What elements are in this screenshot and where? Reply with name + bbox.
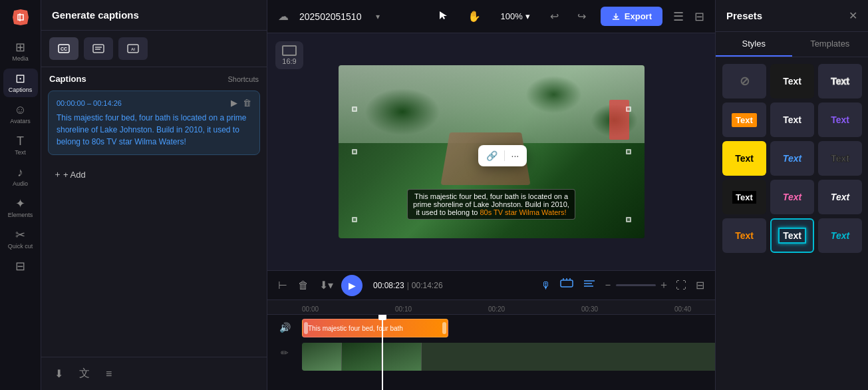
caption-clip[interactable]: This majestic four bed, four bath <box>302 319 448 337</box>
preset-text-purple: Text <box>831 114 849 125</box>
preset-text-dark-outline: Text <box>831 153 849 164</box>
zoom-controls: － ＋ <box>603 278 669 292</box>
preset-dark-box[interactable]: Text <box>722 180 766 214</box>
caption-tab-style[interactable] <box>84 37 113 60</box>
presets-title: Presets <box>726 10 762 21</box>
context-menu-separator <box>504 150 505 161</box>
sidebar-item-quickcut[interactable]: ✂ Quick cut <box>3 225 38 254</box>
timeline-tracks: 🔊 ✏ This majestic four bed, four bath <box>267 315 715 390</box>
panel-header: Generate captions <box>41 0 267 31</box>
preset-purple[interactable]: Text <box>818 102 862 137</box>
svg-text:CC: CC <box>61 47 67 51</box>
add-caption-button[interactable]: ＋ + Add <box>48 164 260 184</box>
sidebar-item-elements[interactable]: ✦ Elements <box>3 194 38 222</box>
ruler-label-3: 00:30 <box>581 305 598 313</box>
preset-dark-outline[interactable]: Text <box>818 141 862 176</box>
main-content: ☁ 202502051510 ▾ ✋ 100% ▾ ↩ ↪ Export ☰ ⊟… <box>267 0 715 390</box>
export-button[interactable]: Export <box>601 7 662 26</box>
canvas-area: 16:9 🔗 ··· <box>267 33 715 270</box>
preset-dark-bg[interactable]: Text <box>770 64 814 98</box>
fullscreen-button[interactable]: ⛶ <box>673 277 689 294</box>
track-icon-volume[interactable]: 🔊 <box>267 315 302 340</box>
select-tool-button[interactable] <box>434 7 453 26</box>
caption-handle-tr[interactable] <box>626 106 631 112</box>
current-time: 00:08:23 <box>373 281 404 290</box>
text-icon: T <box>17 135 24 147</box>
subtitles-icon: ⊟ <box>15 260 25 272</box>
zoom-control[interactable]: 100% ▾ <box>496 9 535 24</box>
caption-track: This majestic four bed, four bath <box>302 317 715 339</box>
redo-button[interactable]: ↪ <box>573 7 590 25</box>
translate-button[interactable]: 文 <box>76 364 92 383</box>
zoom-in-button[interactable]: ＋ <box>658 278 669 292</box>
clip-handle-right[interactable] <box>442 322 446 334</box>
tab-templates[interactable]: Templates <box>792 32 869 57</box>
sidebar-item-text[interactable]: T Text <box>3 131 38 160</box>
video-thumbnail-1 <box>302 343 342 371</box>
preset-white-2[interactable]: Text <box>818 180 862 214</box>
caption-item[interactable]: 00:00:00 – 00:14:26 ▶ 🗑 This majestic fo… <box>48 91 260 155</box>
caption-tab-ai[interactable]: AI <box>118 37 148 60</box>
panel-toggle-button[interactable]: ⊟ <box>694 9 704 24</box>
playhead-head <box>378 315 386 320</box>
align-button[interactable]: ≡ <box>103 365 114 383</box>
presets-header: Presets ✕ <box>716 0 868 32</box>
sidebar-item-media[interactable]: ⊞ Media <box>3 37 38 66</box>
preset-plain-white[interactable]: Text <box>770 102 814 137</box>
sidebar-item-subtitles[interactable]: ⊟ <box>3 256 38 276</box>
caption-tab-basic[interactable]: CC <box>49 37 78 60</box>
layout-toggle-button[interactable]: ☰ <box>673 9 684 24</box>
play-button[interactable]: ▶ <box>341 275 362 296</box>
caption-view-button[interactable]: ⊟ <box>693 276 707 294</box>
delete-clip-button[interactable]: 🗑 <box>295 277 311 294</box>
caption-time-row: 00:00:00 – 00:14:26 ▶ 🗑 <box>57 98 251 108</box>
zoom-out-button[interactable]: － <box>603 278 613 292</box>
timeline-area: ⊢ 🗑 ⬇▾ ▶ 00:08:23 | 00:14:26 🎙 <box>267 270 715 390</box>
link-icon[interactable]: 🔗 <box>485 149 499 162</box>
tracks-container: This majestic four bed, four bath <box>302 315 715 390</box>
preset-teal[interactable]: Text <box>818 218 862 253</box>
media-icon: ⊞ <box>15 41 25 53</box>
caption-mode-tabs: CC AI <box>41 31 267 67</box>
caption-delete-button[interactable]: 🗑 <box>243 98 251 108</box>
preset-blue-outline[interactable]: Text <box>770 141 814 176</box>
caption-handle-ml[interactable] <box>352 149 357 154</box>
presets-grid: ⊘ Text Text Text Text Text Text Text Tex… <box>716 57 868 390</box>
tab-styles[interactable]: Styles <box>716 32 792 57</box>
aspect-ratio-badge[interactable]: 16:9 <box>275 41 303 69</box>
aspect-ratio-icon <box>282 45 297 56</box>
sidebar-item-captions[interactable]: ⊡ Captions <box>3 69 38 97</box>
download-clip-button[interactable]: ⬇▾ <box>317 276 336 294</box>
preset-yellow-bg[interactable]: Text <box>722 141 766 176</box>
video-canvas: 🔗 ··· This majestic four bed, four bath … <box>339 65 645 238</box>
caption-play-button[interactable]: ▶ <box>231 98 237 108</box>
preset-orange-text[interactable]: Text <box>722 218 766 253</box>
sidebar-item-audio[interactable]: ♪ Audio <box>3 162 38 191</box>
preset-white-outline[interactable]: Text <box>818 64 862 98</box>
video-clip[interactable] <box>302 343 715 371</box>
zoom-track[interactable] <box>616 284 656 286</box>
download-button[interactable]: ⬇ <box>52 365 66 383</box>
clip-handle-left[interactable] <box>304 322 308 334</box>
preset-cyan-border[interactable]: Text <box>770 218 814 253</box>
shortcuts-link[interactable]: Shortcuts <box>228 75 259 83</box>
project-dropdown-button[interactable]: ▾ <box>372 9 384 24</box>
hand-tool-button[interactable]: ✋ <box>464 7 485 25</box>
sidebar-item-avatars[interactable]: ☺ Avatars <box>3 100 38 128</box>
preset-text-orange-text: Text <box>735 230 754 241</box>
preset-box-orange[interactable]: Text <box>722 102 766 137</box>
caption-handle-mr[interactable] <box>626 149 631 154</box>
preset-pink[interactable]: Text <box>770 180 814 214</box>
ai-sync-button[interactable] <box>557 275 576 295</box>
playhead[interactable] <box>382 315 383 390</box>
undo-button[interactable]: ↩ <box>546 7 563 25</box>
caption-handle-tl[interactable] <box>352 106 357 112</box>
preset-none[interactable]: ⊘ <box>722 64 766 98</box>
trim-button[interactable]: ⊢ <box>275 276 290 294</box>
ai-align-button[interactable] <box>580 275 599 295</box>
presets-close-button[interactable]: ✕ <box>849 9 857 22</box>
more-options-icon[interactable]: ··· <box>510 149 521 162</box>
track-icon-edit[interactable]: ✏ <box>267 340 302 365</box>
microphone-button[interactable]: 🎙 <box>538 277 553 293</box>
preset-text-box-orange: Text <box>732 113 757 127</box>
